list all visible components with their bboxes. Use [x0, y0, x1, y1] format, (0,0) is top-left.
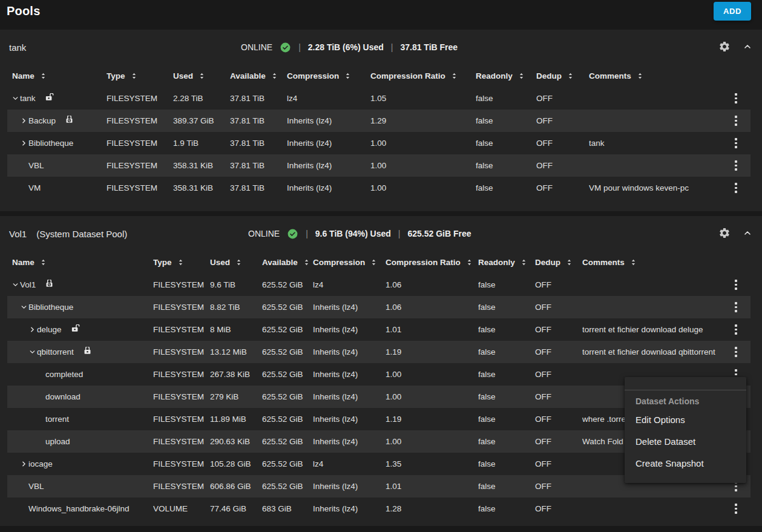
lock-open-icon	[70, 324, 80, 333]
app-bar: Pools ADD	[0, 0, 762, 22]
dataset-compression: Inherits (lz4)	[313, 303, 386, 312]
expand-toggle[interactable]	[11, 94, 20, 103]
menu-item-create-snapshot[interactable]: Create Snapshot	[625, 453, 746, 475]
dataset-used: 8 MiB	[210, 325, 262, 334]
kebab-menu-icon[interactable]	[732, 344, 740, 360]
kebab-menu-icon[interactable]	[732, 322, 740, 337]
column-header-dedup[interactable]: Dedup	[535, 258, 582, 267]
kebab-menu-icon[interactable]	[732, 300, 740, 315]
table-row: Backup FILESYSTEM 389.37 GiB 37.81 TiB I…	[7, 110, 751, 132]
expand-toggle[interactable]	[37, 370, 45, 379]
expand-toggle[interactable]	[20, 162, 28, 170]
dataset-type: FILESYSTEM	[153, 347, 210, 356]
dataset-name: Vol1	[20, 280, 36, 289]
dataset-name-cell: Backup	[7, 116, 107, 126]
kebab-menu-icon[interactable]	[732, 136, 740, 151]
expand-toggle[interactable]	[20, 117, 28, 125]
expand-toggle[interactable]	[20, 184, 28, 192]
dataset-dedup: OFF	[536, 116, 589, 125]
dataset-dedup: OFF	[535, 459, 582, 468]
column-header-type[interactable]: Type	[153, 258, 210, 267]
dataset-type: FILESYSTEM	[153, 303, 210, 312]
column-header-compression-ratio[interactable]: Compression Ratio	[370, 71, 476, 80]
expand-toggle[interactable]	[20, 505, 28, 513]
pool-status: ONLINE | 9.6 TiB (94%) Used | 625.52 GiB…	[248, 228, 471, 240]
add-pool-button[interactable]: ADD	[714, 2, 751, 21]
column-header-readonly[interactable]: Readonly	[476, 71, 536, 80]
column-header-comments[interactable]: Comments	[582, 258, 721, 267]
menu-item-delete-dataset[interactable]: Delete Dataset	[625, 431, 746, 453]
kebab-menu-icon[interactable]	[732, 91, 740, 106]
row-actions-cell	[721, 501, 751, 516]
expand-toggle[interactable]	[28, 326, 37, 334]
column-header-dedup[interactable]: Dedup	[536, 71, 589, 80]
column-header-available[interactable]: Available	[230, 71, 287, 80]
dataset-readonly: false	[478, 415, 535, 424]
dataset-compression-ratio: 1.06	[386, 280, 478, 289]
menu-title: Dataset Actions	[625, 393, 746, 409]
dataset-available: 625.52 GiB	[262, 437, 313, 446]
expand-toggle[interactable]	[37, 415, 45, 424]
expand-toggle[interactable]	[37, 393, 45, 401]
column-header-label: Type	[153, 258, 172, 267]
pool-settings-button[interactable]	[718, 41, 731, 54]
dataset-compression: Inherits (lz4)	[313, 482, 386, 491]
column-header-compression[interactable]: Compression	[313, 258, 386, 267]
indent-spacer	[11, 329, 28, 330]
dataset-name-cell: VBL	[7, 482, 153, 491]
column-header-used[interactable]: Used	[210, 258, 262, 267]
column-header-name[interactable]: Name	[7, 258, 153, 267]
column-header-available[interactable]: Available	[262, 258, 313, 267]
dataset-readonly: false	[478, 482, 535, 491]
expand-toggle[interactable]	[20, 139, 28, 148]
dataset-type: FILESYSTEM	[153, 459, 210, 468]
sort-icon	[176, 258, 185, 267]
dataset-name: qbittorrent	[37, 347, 74, 356]
pool-used: 2.28 TiB (6%) Used	[308, 42, 384, 52]
dataset-available: 625.52 GiB	[262, 280, 313, 289]
expand-toggle[interactable]	[20, 303, 28, 312]
dataset-name: VBL	[28, 161, 44, 170]
kebab-menu-icon[interactable]	[732, 180, 740, 195]
column-header-readonly[interactable]: Readonly	[478, 258, 535, 267]
column-header-label: Comments	[582, 258, 625, 267]
dataset-readonly: false	[476, 116, 536, 125]
dataset-used: 358.31 KiB	[173, 161, 230, 170]
column-header-type[interactable]: Type	[107, 71, 173, 80]
dataset-name-cell: Vol1	[7, 280, 153, 291]
dataset-compression-ratio: 1.00	[370, 139, 476, 148]
expand-toggle[interactable]	[37, 438, 45, 446]
dataset-name-cell: VBL	[7, 161, 107, 170]
kebab-menu-icon[interactable]	[732, 501, 740, 516]
pool-collapse-button[interactable]	[743, 42, 752, 53]
dataset-compression-ratio: 1.05	[370, 94, 476, 103]
dataset-used: 267.38 KiB	[210, 370, 262, 379]
dataset-used: 13.12 MiB	[210, 347, 262, 356]
column-header-name[interactable]: Name	[7, 71, 107, 80]
row-actions-cell	[721, 344, 751, 360]
column-header-compression-ratio[interactable]: Compression Ratio	[386, 258, 478, 267]
expand-toggle[interactable]	[20, 460, 28, 468]
column-header-comments[interactable]: Comments	[589, 71, 721, 80]
sort-icon	[343, 71, 352, 80]
column-header-used[interactable]: Used	[173, 71, 230, 80]
status-text: ONLINE	[248, 229, 280, 238]
dataset-compression: lz4	[287, 94, 370, 103]
dataset-compression-ratio: 1.35	[386, 459, 478, 468]
kebab-menu-icon[interactable]	[732, 158, 740, 173]
row-actions-cell	[721, 300, 751, 315]
column-header-compression[interactable]: Compression	[287, 71, 370, 80]
dataset-name: iocage	[28, 459, 53, 468]
pool-collapse-button[interactable]	[743, 228, 752, 240]
expand-toggle[interactable]	[28, 348, 37, 356]
menu-item-edit-options[interactable]: Edit Options	[625, 409, 746, 431]
dataset-compression-ratio: 1.29	[370, 116, 476, 125]
expand-toggle[interactable]	[11, 281, 20, 289]
dataset-available: 625.52 GiB	[262, 370, 313, 379]
dataset-compression: Inherits (lz4)	[287, 161, 370, 170]
kebab-menu-icon[interactable]	[732, 113, 740, 128]
pool-settings-button[interactable]	[718, 227, 731, 241]
table-header-row: NameTypeUsedAvailableCompressionCompress…	[7, 251, 751, 274]
kebab-menu-icon[interactable]	[732, 277, 740, 292]
expand-toggle[interactable]	[20, 482, 28, 491]
